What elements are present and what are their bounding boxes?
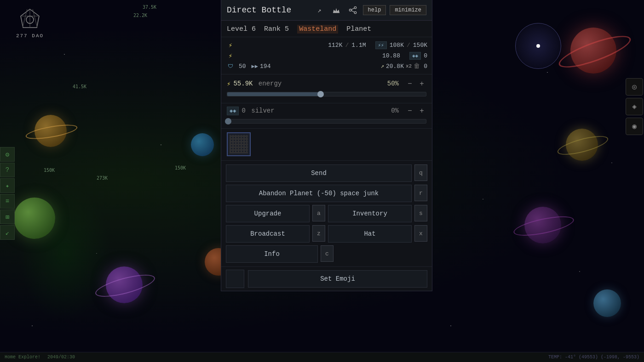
- planet-blue: [191, 133, 214, 156]
- broadcast-hat-row: Broadcast z Hat x: [226, 225, 427, 243]
- sidebar-arrow-icon[interactable]: ↙: [0, 225, 15, 240]
- bottom-area: Set Emoji: [221, 266, 432, 291]
- planet-teal-right: [593, 289, 621, 317]
- energy-max: 1.1M: [351, 42, 366, 49]
- energy-main-val: 112K / 1.1M: [328, 42, 366, 49]
- energy-icon: ⚡: [226, 41, 235, 49]
- silver-percent: 0%: [391, 107, 399, 114]
- planet-gold-right: [566, 129, 598, 161]
- minimap-circle: [515, 23, 561, 69]
- silver-minus-btn[interactable]: −: [405, 106, 414, 115]
- silver-section: ◈◈ 0 silver 0% − +: [221, 103, 432, 129]
- upgrade-button[interactable]: Upgrade: [226, 205, 310, 222]
- svg-line-5: [351, 11, 354, 12]
- broadcast-key-badge: z: [312, 225, 325, 242]
- silver-plus-btn[interactable]: +: [417, 106, 426, 115]
- rank-label: Rank: [264, 25, 281, 33]
- wasteland-tag: Wasteland: [297, 25, 338, 34]
- help-button[interactable]: help: [363, 5, 386, 15]
- range-icon: ▶▶: [252, 63, 258, 70]
- planet-type: Planet: [346, 25, 371, 33]
- silver-slider-track[interactable]: [227, 119, 426, 124]
- left-sidebar: ⚙ ? ✦ ≡ ⊞ ↙: [0, 147, 16, 240]
- info-button[interactable]: Info: [226, 245, 318, 263]
- right-icon-3[interactable]: ◉: [626, 118, 643, 135]
- upgrade-inventory-row: Upgrade a Inventory s: [226, 205, 427, 222]
- inventory-button[interactable]: Inventory: [328, 205, 412, 222]
- minimap: [515, 23, 561, 69]
- planet-purple: [106, 266, 143, 303]
- sidebar-grid-icon[interactable]: ⊞: [0, 209, 15, 224]
- planet-violet-right: [524, 207, 561, 243]
- planet-info-line: Level 6 Rank 5 Wasteland Planet: [221, 21, 432, 37]
- energy-slider-thumb[interactable]: [317, 91, 324, 97]
- energy-display: 55.9K energy: [233, 80, 384, 87]
- attack-arrow-icon: ↗: [380, 62, 384, 70]
- energy-slider-track[interactable]: [227, 92, 426, 96]
- artifact-item-1[interactable]: [227, 132, 251, 156]
- artifact-qr-icon: [230, 135, 248, 153]
- sidebar-info-icon[interactable]: ?: [0, 163, 15, 177]
- status-right: TEMP: -41° (49553) (-1998, -9553): [548, 355, 639, 360]
- sidebar-tools-icon[interactable]: ✦: [0, 178, 15, 193]
- svg-point-2: [354, 6, 356, 9]
- planet-red-right: [570, 28, 616, 74]
- level-label: Level: [227, 25, 247, 33]
- svg-point-1: [349, 9, 351, 11]
- hat-button[interactable]: Hat: [328, 225, 412, 243]
- attack-val: 20.8K: [386, 63, 404, 70]
- svg-line-4: [351, 8, 354, 10]
- energy-val: 55.9K: [233, 80, 253, 87]
- right-sidebar: ◎ ◈ ◉: [626, 78, 644, 135]
- energy-cap: 108K: [390, 42, 404, 49]
- attack-multiplier: x2: [406, 63, 412, 69]
- artifact-area: [221, 129, 432, 161]
- crown-icon[interactable]: [330, 4, 343, 17]
- broadcast-button[interactable]: Broadcast: [226, 225, 310, 243]
- status-time: 2049/02:30: [47, 355, 75, 360]
- shield-icon: 🛡: [226, 63, 235, 70]
- sidebar-settings-icon[interactable]: ⚙: [0, 147, 15, 162]
- energy-current: 112K: [328, 42, 342, 49]
- send-row: Send q: [226, 164, 427, 182]
- silver-value: 0: [242, 107, 245, 114]
- silver-badge: ◈◈: [409, 52, 421, 60]
- stats-area: ⚡ 112K / 1.1M ⚡⚡ 108K / 150K ⚡ 10.88 ◈◈ …: [221, 37, 432, 74]
- energy-bolt-icon: ⚡: [227, 80, 230, 88]
- sidebar-list-icon[interactable]: ≡: [0, 194, 15, 209]
- inventory-key-badge: s: [414, 205, 427, 221]
- minimize-button[interactable]: minimize: [390, 5, 426, 15]
- attack-stat2: 0: [424, 63, 427, 70]
- logo: 277 DAO: [7, 7, 53, 48]
- hat-key-badge: x: [414, 225, 427, 242]
- defense-row: 🛡 50 ▶▶ 194 ↗ 20.8K x2 🗑 0: [226, 61, 427, 71]
- status-left: Home Explore!: [5, 355, 40, 360]
- panel-title: Direct Bottle: [227, 6, 310, 15]
- silver-text: silver: [251, 107, 274, 114]
- right-icon-1[interactable]: ◎: [626, 78, 643, 96]
- energy-text: energy: [259, 80, 282, 87]
- arrow-link-icon[interactable]: ↗: [313, 4, 326, 17]
- logo-text: 277 DAO: [16, 33, 44, 39]
- actions-area: Send q Abandon Planet (-50) space junk r…: [221, 161, 432, 266]
- right-icon-2[interactable]: ◈: [626, 98, 643, 115]
- energy-slider-fill: [227, 92, 321, 96]
- emoji-display: [226, 270, 244, 288]
- energy-plus-btn[interactable]: +: [417, 79, 426, 88]
- send-button[interactable]: Send: [226, 164, 412, 182]
- abandon-button[interactable]: Abandon Planet (-50) space junk: [226, 185, 412, 202]
- share-icon[interactable]: [346, 4, 359, 17]
- info-row: Info c: [226, 245, 427, 263]
- energy-rate-row: ⚡ 10.88 ◈◈ 0: [226, 51, 427, 61]
- status-bar: Home Explore! 2049/02:30 TEMP: -41° (495…: [0, 352, 644, 362]
- energy-percent: 50%: [387, 80, 399, 87]
- main-panel: Direct Bottle ↗ help minimize Level 6 Ra…: [221, 0, 432, 291]
- energy-minus-btn[interactable]: −: [405, 79, 414, 88]
- silver-icon: ◈◈: [227, 107, 239, 115]
- set-emoji-button[interactable]: Set Emoji: [248, 270, 427, 288]
- trash-icon[interactable]: 🗑: [414, 62, 420, 70]
- silver-slider-thumb[interactable]: [225, 118, 231, 124]
- info-key-badge: c: [321, 245, 334, 262]
- minimap-dot: [536, 44, 540, 48]
- energy-control-row: ⚡ 55.9K energy 50% − +: [227, 79, 426, 88]
